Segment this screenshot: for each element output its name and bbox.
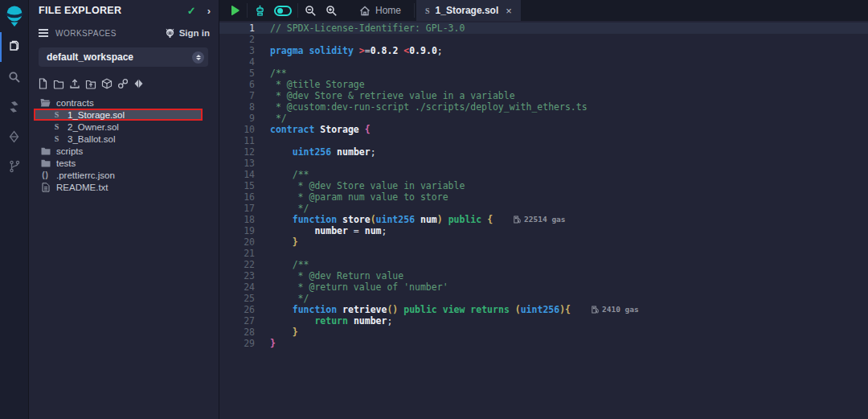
line-number[interactable]: 28 [219, 327, 255, 338]
code-line-content[interactable]: return number; [255, 315, 392, 327]
tree-item[interactable]: scripts [29, 145, 219, 157]
upload-folder-icon[interactable] [85, 79, 96, 89]
line-number[interactable]: 1 [219, 23, 255, 34]
line-number[interactable]: 4 [219, 56, 255, 68]
code-line-content[interactable]: pragma solidity >=0.8.2 <0.9.0; [255, 45, 443, 56]
line-number[interactable]: 29 [219, 338, 255, 349]
code-line[interactable]: 5/** [219, 68, 868, 79]
code-line[interactable]: 16 * @param num value to store [219, 191, 868, 203]
code-line[interactable]: 22 /** [219, 259, 868, 270]
line-number[interactable]: 27 [219, 315, 255, 327]
line-number[interactable]: 18 [219, 214, 255, 225]
new-folder-icon[interactable] [53, 79, 64, 89]
line-number[interactable]: 11 [219, 135, 255, 146]
code-line[interactable]: 6 * @title Storage [219, 79, 868, 90]
line-number[interactable]: 25 [219, 293, 255, 304]
code-line-content[interactable]: // SPDX-License-Identifier: GPL-3.0 [255, 23, 465, 34]
code-line[interactable]: 25 */ [219, 293, 868, 304]
code-line[interactable]: 21 [219, 248, 868, 259]
line-number[interactable]: 20 [219, 236, 255, 248]
remix-logo[interactable] [0, 0, 28, 32]
code-editor[interactable]: 1// SPDX-License-Identifier: GPL-3.023pr… [219, 21, 868, 419]
code-line-content[interactable]: */ [255, 293, 309, 304]
tab-active-file[interactable]: S 1_Storage.sol × [416, 0, 521, 21]
code-line[interactable]: 17 */ [219, 203, 868, 214]
hamburger-menu-icon[interactable] [39, 29, 48, 37]
line-number[interactable]: 26 [219, 304, 255, 315]
code-line[interactable]: 11 [219, 135, 868, 146]
code-line[interactable]: 4 [219, 56, 868, 68]
zoom-in-icon[interactable] [321, 0, 342, 21]
code-line-content[interactable]: /** [255, 68, 287, 79]
code-line[interactable]: 8 * @custom:dev-run-script ./scripts/dep… [219, 101, 868, 113]
code-line-content[interactable]: } [255, 338, 276, 349]
code-line[interactable]: 1// SPDX-License-Identifier: GPL-3.0 [219, 23, 868, 34]
line-number[interactable]: 3 [219, 45, 255, 56]
code-line-content[interactable]: */ [255, 113, 287, 124]
code-line[interactable]: 13 [219, 158, 868, 169]
tree-item[interactable]: tests [29, 157, 219, 169]
line-number[interactable]: 12 [219, 146, 255, 158]
code-line[interactable]: 29} [219, 338, 868, 349]
upload-file-icon[interactable] [69, 78, 80, 89]
line-number[interactable]: 9 [219, 113, 255, 124]
code-line[interactable]: 7 * @dev Store & retrieve value in a var… [219, 90, 868, 101]
tree-item[interactable]: S2_Owner.sol [29, 121, 219, 133]
code-line-content[interactable]: } [255, 327, 298, 338]
code-line-content[interactable]: } [255, 236, 298, 248]
line-number[interactable]: 16 [219, 191, 255, 203]
solidity-compiler-icon[interactable] [0, 92, 28, 121]
code-line[interactable]: 28 } [219, 327, 868, 338]
tree-item[interactable]: README.txt [29, 181, 219, 193]
code-line-content[interactable]: * @param num value to store [255, 191, 448, 203]
tree-item[interactable]: S3_Ballot.sol [29, 133, 219, 145]
tree-item[interactable]: ().prettierrc.json [29, 169, 219, 181]
check-icon[interactable]: ✓ [187, 5, 196, 17]
code-line[interactable]: 2 [219, 34, 868, 45]
code-line-content[interactable]: * @dev Store & retrieve value in a varia… [255, 90, 515, 101]
ai-assistant-icon[interactable] [249, 0, 270, 21]
tab-home[interactable]: Home [348, 0, 412, 21]
gem-icon[interactable] [133, 78, 144, 89]
code-line-content[interactable]: number = num; [255, 225, 387, 236]
line-number[interactable]: 13 [219, 158, 255, 169]
code-line-content[interactable]: contract Storage { [255, 124, 371, 135]
new-file-icon[interactable] [38, 78, 48, 89]
link-icon[interactable] [117, 78, 129, 89]
line-number[interactable]: 2 [219, 34, 255, 45]
code-line[interactable]: 26 function retrieve() public view retur… [219, 304, 868, 315]
code-line-content[interactable]: * @return value of 'number' [255, 281, 448, 293]
code-line[interactable]: 14 /** [219, 169, 868, 180]
line-number[interactable]: 19 [219, 225, 255, 236]
code-line[interactable]: 9 */ [219, 113, 868, 124]
tree-item[interactable]: contracts [29, 97, 219, 109]
deploy-run-icon[interactable] [0, 121, 28, 151]
code-line[interactable]: 18 function store(uint256 num) public {2… [219, 214, 868, 225]
git-icon[interactable] [0, 151, 28, 181]
line-number[interactable]: 23 [219, 270, 255, 281]
line-number[interactable]: 17 [219, 203, 255, 214]
code-line[interactable]: 27 return number; [219, 315, 868, 327]
line-number[interactable]: 10 [219, 124, 255, 135]
code-line-content[interactable]: function retrieve() public view returns … [255, 304, 639, 315]
zoom-out-icon[interactable] [300, 0, 321, 21]
code-line[interactable]: 23 * @dev Return value [219, 270, 868, 281]
tree-item[interactable]: S1_Storage.sol [34, 109, 203, 121]
code-line-content[interactable]: /** [255, 169, 309, 180]
workspace-select[interactable]: default_workspace [39, 47, 208, 67]
code-line[interactable]: 15 * @dev Store value in variable [219, 180, 868, 191]
code-line-content[interactable]: /** [255, 259, 309, 270]
cube-icon[interactable] [101, 78, 113, 89]
code-line-content[interactable]: * @title Storage [255, 79, 365, 90]
line-number[interactable]: 21 [219, 248, 255, 259]
code-line-content[interactable]: */ [255, 203, 309, 214]
line-number[interactable]: 22 [219, 259, 255, 270]
code-line[interactable]: 3pragma solidity >=0.8.2 <0.9.0; [219, 45, 868, 56]
line-number[interactable]: 24 [219, 281, 255, 293]
code-line[interactable]: 19 number = num; [219, 225, 868, 236]
code-line[interactable]: 10contract Storage { [219, 124, 868, 135]
ai-toggle[interactable] [270, 0, 296, 21]
line-number[interactable]: 7 [219, 90, 255, 101]
code-line[interactable]: 20 } [219, 236, 868, 248]
code-line-content[interactable]: * @custom:dev-run-script ./scripts/deplo… [255, 101, 588, 113]
